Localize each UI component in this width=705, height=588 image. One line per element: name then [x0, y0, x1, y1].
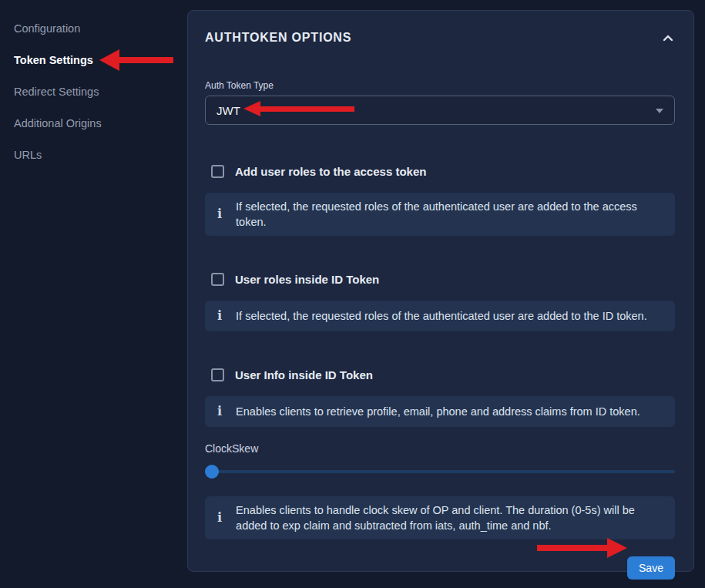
token-settings-page: Configuration Token Settings Redirect Se… [0, 0, 705, 588]
checkbox-row[interactable]: User roles inside ID Token [205, 271, 675, 287]
clockskew-label: ClockSkew [205, 442, 675, 455]
info-text: Enables clients to retrieve profile, ema… [236, 404, 640, 419]
chevron-down-icon [656, 109, 663, 113]
checkbox-label: User roles inside ID Token [235, 273, 379, 286]
info-text: If selected, the requested roles of the … [236, 308, 647, 324]
info-icon: i [217, 310, 222, 322]
save-row: Save [205, 556, 675, 580]
auth-token-type-label: Auth Token Type [205, 80, 675, 91]
sidebar-item-configuration[interactable]: Configuration [14, 21, 187, 36]
sidebar-item-urls[interactable]: URLs [14, 147, 187, 163]
checkbox-label: User Info inside ID Token [235, 368, 373, 381]
option-access-token-roles: Add user roles to the access token i If … [205, 163, 675, 236]
chevron-up-icon [663, 31, 673, 45]
access-token-roles-checkbox[interactable] [211, 165, 224, 178]
auth-token-type-select[interactable]: JWT [205, 96, 675, 125]
settings-sidebar: Configuration Token Settings Redirect Se… [0, 0, 187, 588]
sidebar-item-token-settings[interactable]: Token Settings [14, 52, 187, 68]
info-banner: i If selected, the requested roles of th… [205, 193, 675, 236]
info-icon: i [217, 512, 222, 524]
checkbox-label: Add user roles to the access token [235, 165, 426, 178]
panel-title: AUTHTOKEN OPTIONS [205, 31, 351, 45]
checkbox-row[interactable]: User Info inside ID Token [205, 367, 675, 382]
info-banner: i Enables clients to handle clock skew o… [205, 496, 675, 539]
save-button[interactable]: Save [627, 556, 675, 580]
clockskew-slider-track[interactable] [205, 470, 675, 473]
info-banner: i If selected, the requested roles of th… [205, 301, 675, 331]
sidebar-item-redirect-settings[interactable]: Redirect Settings [14, 84, 187, 99]
option-id-token-roles: User roles inside ID Token i If selected… [205, 271, 675, 331]
option-user-info-id-token: User Info inside ID Token i Enables clie… [205, 367, 675, 427]
collapse-section-button[interactable] [661, 29, 675, 46]
id-token-roles-checkbox[interactable] [211, 273, 224, 286]
clockskew-slider[interactable] [205, 464, 675, 479]
panel-header: AUTHTOKEN OPTIONS [205, 29, 675, 46]
info-text: Enables clients to handle clock skew of … [236, 502, 663, 533]
sidebar-item-additional-origins[interactable]: Additional Origins [14, 116, 187, 131]
info-text: If selected, the requested roles of the … [236, 199, 663, 230]
info-icon: i [217, 208, 222, 220]
auth-token-type-value: JWT [217, 104, 240, 117]
authtoken-options-panel: AUTHTOKEN OPTIONS Auth Token Type JWT Ad… [187, 10, 694, 572]
info-banner: i Enables clients to retrieve profile, e… [205, 396, 675, 427]
clockskew-slider-thumb[interactable] [205, 465, 219, 479]
checkbox-row[interactable]: Add user roles to the access token [205, 163, 675, 179]
user-info-id-token-checkbox[interactable] [211, 368, 224, 381]
info-icon: i [217, 405, 222, 418]
